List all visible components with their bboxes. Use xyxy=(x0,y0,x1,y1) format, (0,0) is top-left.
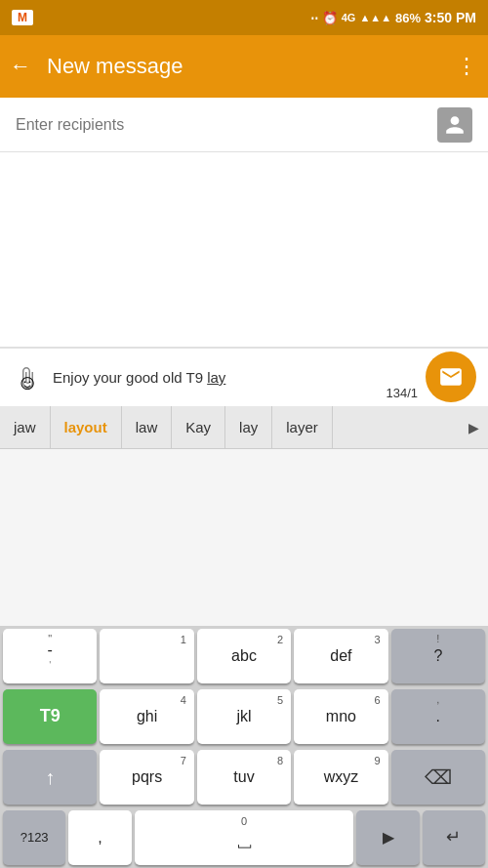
back-button[interactable]: ← xyxy=(10,54,31,79)
key-7-pqrs[interactable]: 7 pqrs xyxy=(100,750,193,805)
app-bar: ← New message ⋮ xyxy=(0,35,488,98)
key-comma[interactable]: , xyxy=(68,810,131,865)
signal-icon: ▲▲▲ xyxy=(359,12,391,23)
backspace-button[interactable]: ⌫ xyxy=(391,750,485,805)
time-text: 3:50 PM xyxy=(425,10,476,25)
key-excl-question[interactable]: ! ? xyxy=(391,629,485,683)
status-bar: M ⋅⋅ ⏰ 4G ▲▲▲ 86% 3:50 PM xyxy=(0,0,488,35)
contact-picker-button[interactable] xyxy=(437,107,472,143)
page-title: New message xyxy=(47,54,456,79)
sms-counter: 134/1 xyxy=(386,386,418,400)
emoji-button[interactable]: ☺ xyxy=(12,367,43,398)
keyboard-row-4: ?123 , 0 ⎵ ▶ ↵ xyxy=(0,807,488,868)
key-3-def[interactable]: 3 def xyxy=(294,629,387,683)
suggestions-row: jaw layout law Kay lay layer ▶ xyxy=(0,406,488,449)
suggestion-layout[interactable]: layout xyxy=(51,406,122,448)
gmail-icon: M xyxy=(12,10,33,25)
person-icon xyxy=(444,114,466,136)
key-comma-period[interactable]: , . xyxy=(391,689,485,744)
status-right: ⋅⋅ ⏰ 4G ▲▲▲ 86% 3:50 PM xyxy=(310,10,476,25)
key-t9[interactable]: T9 xyxy=(3,689,97,744)
key-5-jkl[interactable]: 5 jkl xyxy=(197,689,291,744)
network-icon: 4G xyxy=(342,12,356,23)
battery-text: 86% xyxy=(395,11,421,25)
key-4-ghi[interactable]: 4 ghi xyxy=(100,689,193,744)
enter-button[interactable]: ↵ xyxy=(423,810,485,865)
key-2-abc[interactable]: 2 abc xyxy=(197,629,291,683)
message-plain-text: Enjoy your good old T9 xyxy=(53,369,207,386)
key-9-wxyz[interactable]: 9 wxyz xyxy=(294,750,387,805)
key-6-mno[interactable]: 6 mno xyxy=(294,689,387,744)
space-button[interactable]: 0 ⎵ xyxy=(135,810,354,865)
message-preview: Enjoy your good old T9 lay xyxy=(43,369,476,386)
bottom-bar: Enjoy your good old T9 lay 134/1 ☺ xyxy=(0,348,488,406)
suggestion-layer[interactable]: layer xyxy=(272,406,333,448)
shift-button[interactable]: ↑ xyxy=(3,750,97,805)
keyboard-row-2: T9 4 ghi 5 jkl 6 mno , . xyxy=(0,686,488,747)
send-button[interactable] xyxy=(426,351,476,402)
alarm-icon: ⏰ xyxy=(322,11,338,25)
symbols-button[interactable]: ?123 xyxy=(3,810,65,865)
key-punct1[interactable]: " - ' xyxy=(3,629,97,683)
cursor-right-button[interactable]: ▶ xyxy=(356,810,419,865)
send-icon xyxy=(438,364,464,390)
message-body[interactable] xyxy=(0,152,488,348)
key-1[interactable]: 1 xyxy=(100,629,193,683)
keyboard-row-1: " - ' 1 2 abc 3 def ! ? xyxy=(0,626,488,686)
suggestion-kay[interactable]: Kay xyxy=(172,406,225,448)
suggestion-jaw[interactable]: jaw xyxy=(0,406,51,448)
more-options-button[interactable]: ⋮ xyxy=(456,54,478,79)
suggestions-arrow[interactable]: ▶ xyxy=(459,406,488,448)
recipients-row xyxy=(0,98,488,152)
bluetooth-icon: ⋅⋅ xyxy=(310,11,318,25)
recipients-input[interactable] xyxy=(16,116,437,134)
keyboard-row-3: ↑ 7 pqrs 8 tuv 9 wxyz ⌫ xyxy=(0,747,488,807)
keyboard: " - ' 1 2 abc 3 def ! ? T9 4 ghi 5 xyxy=(0,626,488,868)
message-underlined-text: lay xyxy=(207,369,225,386)
key-8-tuv[interactable]: 8 tuv xyxy=(197,750,291,805)
suggestion-law[interactable]: law xyxy=(122,406,173,448)
suggestion-lay[interactable]: lay xyxy=(225,406,272,448)
